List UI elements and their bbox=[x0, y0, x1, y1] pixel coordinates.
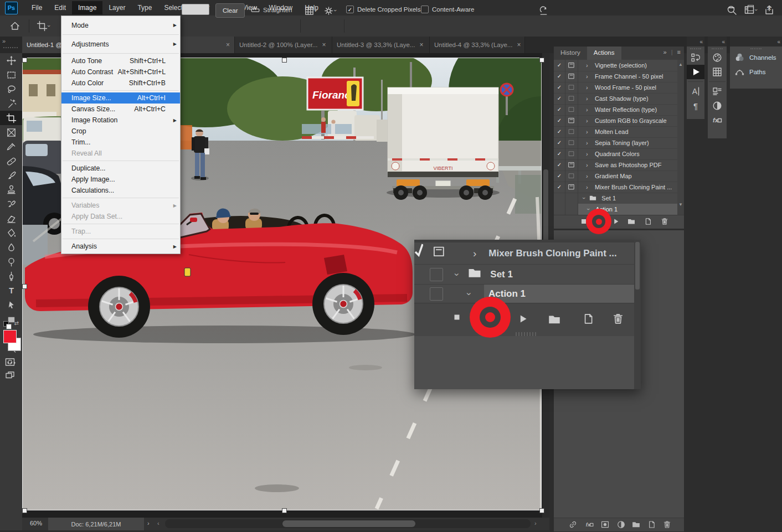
trash-button[interactable] bbox=[660, 217, 669, 228]
item-check-toggle[interactable]: ✓ bbox=[554, 182, 565, 193]
new-action-button[interactable] bbox=[647, 520, 656, 531]
dialog-toggle[interactable] bbox=[565, 60, 578, 71]
expand-arrow-icon[interactable]: › bbox=[586, 73, 595, 80]
actions-scrollbar[interactable]: ▲ ▼ bbox=[677, 60, 684, 215]
record-button[interactable] bbox=[596, 217, 605, 228]
actions-panel-button[interactable] bbox=[687, 65, 704, 79]
share-button[interactable] bbox=[762, 3, 776, 17]
horizontal-scrollbar[interactable] bbox=[165, 519, 531, 528]
expand-arrow-icon[interactable]: › bbox=[586, 95, 595, 102]
close-tab-icon[interactable]: × bbox=[226, 41, 230, 49]
straighten-button[interactable]: Straighten bbox=[250, 3, 292, 17]
menubar-item-file[interactable]: File bbox=[25, 1, 48, 14]
history-panel-button[interactable] bbox=[687, 50, 704, 65]
adjustments-half-button[interactable] bbox=[616, 520, 626, 531]
expand-arrow-icon[interactable]: › bbox=[586, 117, 595, 124]
menu-item-apply-image[interactable]: Apply Image... bbox=[61, 174, 180, 185]
home-button[interactable] bbox=[8, 19, 22, 33]
action-row[interactable]: ✓›Wood Frame - 50 pixel bbox=[554, 82, 677, 94]
brush-tool[interactable] bbox=[0, 168, 22, 183]
crop-handle[interactable] bbox=[22, 508, 27, 513]
item-check-toggle[interactable]: ✓ bbox=[554, 171, 565, 182]
crop-tool-button[interactable]: › bbox=[36, 19, 50, 33]
character-panel-button[interactable]: A bbox=[687, 84, 704, 99]
dialog-toggle[interactable] bbox=[565, 93, 578, 104]
history-brush-tool[interactable] bbox=[0, 197, 22, 211]
document-tab[interactable]: Untitled-4 @ 33,3% (Laye...× bbox=[430, 37, 525, 53]
paragraph-panel-button[interactable]: ¶ bbox=[687, 99, 704, 113]
move-tool[interactable] bbox=[0, 53, 22, 68]
item-check-toggle[interactable] bbox=[554, 193, 565, 204]
clear-button[interactable]: Clear bbox=[215, 3, 245, 18]
dialog-toggle[interactable] bbox=[565, 71, 578, 82]
item-check-toggle[interactable]: ✓ bbox=[554, 137, 565, 148]
trash-button[interactable] bbox=[662, 520, 672, 531]
dialog-toggle[interactable] bbox=[565, 126, 578, 137]
crop-handle[interactable] bbox=[22, 58, 27, 63]
menu-item-mode[interactable]: Mode▶ bbox=[61, 18, 180, 33]
status-expand-arrow[interactable]: › bbox=[147, 520, 150, 526]
dialog-toggle[interactable] bbox=[565, 115, 578, 126]
menu-item-adjustments[interactable]: Adjustments▶ bbox=[61, 37, 180, 51]
styles-panel-button[interactable]: fx bbox=[708, 113, 727, 127]
folder-button[interactable] bbox=[627, 217, 636, 228]
item-check-toggle[interactable]: ✓ bbox=[554, 71, 565, 82]
crop-handle[interactable] bbox=[282, 58, 287, 63]
dialog-toggle[interactable] bbox=[565, 137, 578, 148]
link-button[interactable] bbox=[568, 520, 578, 531]
item-check-toggle[interactable]: ✓ bbox=[554, 148, 565, 159]
crop-ratio-input[interactable] bbox=[182, 4, 209, 15]
dialog-toggle[interactable] bbox=[565, 82, 578, 93]
new-action-button[interactable] bbox=[582, 312, 595, 327]
item-check-toggle[interactable]: ✓ bbox=[554, 115, 565, 126]
mask-button[interactable] bbox=[600, 520, 610, 531]
dialog-toggle[interactable] bbox=[565, 204, 578, 215]
tab-actions[interactable]: Actions bbox=[587, 47, 621, 60]
crop-handle[interactable] bbox=[282, 508, 287, 513]
menu-item-crop[interactable]: Crop bbox=[61, 126, 180, 137]
close-tab-icon[interactable]: × bbox=[517, 41, 521, 49]
dodge-tool[interactable] bbox=[0, 255, 22, 269]
toggle-checkbox[interactable] bbox=[430, 287, 443, 301]
overlay-scrollbar-thumb[interactable] bbox=[635, 242, 640, 290]
overlay-action-title-row[interactable]: › Mixer Brush Cloning Paint ... bbox=[414, 242, 634, 264]
workspace-button[interactable]: › bbox=[743, 3, 758, 17]
dialog-toggle[interactable] bbox=[565, 104, 578, 115]
stop-button[interactable] bbox=[452, 312, 462, 324]
dialog-toggle[interactable] bbox=[565, 193, 578, 204]
expand-arrow-icon[interactable]: › bbox=[586, 62, 595, 69]
menubar-item-type[interactable]: Type bbox=[131, 1, 158, 14]
type-tool[interactable]: T bbox=[0, 283, 22, 298]
crop-settings-gear-button[interactable]: › bbox=[322, 3, 337, 18]
item-check-toggle[interactable]: ✓ bbox=[554, 104, 565, 115]
dialog-toggle[interactable] bbox=[565, 148, 578, 159]
libraries-panel-button[interactable] bbox=[708, 84, 727, 99]
scroll-left-arrow[interactable]: ‹ bbox=[157, 520, 160, 526]
folder-button[interactable] bbox=[631, 520, 641, 531]
crop-handle[interactable] bbox=[539, 58, 544, 63]
default-swap-colors[interactable]: ⇄ bbox=[3, 320, 19, 328]
adjustments-panel-button[interactable] bbox=[708, 99, 727, 113]
dialog-toggle[interactable] bbox=[565, 182, 578, 193]
menu-item-analysis[interactable]: Analysis▶ bbox=[61, 241, 180, 252]
spot-healing-brush-tool[interactable] bbox=[0, 154, 22, 168]
menu-item-calculations[interactable]: Calculations... bbox=[61, 185, 180, 196]
menubar-item-layer[interactable]: Layer bbox=[102, 1, 131, 14]
menubar-item-image[interactable]: Image bbox=[72, 1, 102, 14]
close-tab-icon[interactable]: × bbox=[322, 41, 326, 49]
gradient-tool[interactable] bbox=[0, 226, 22, 240]
lasso-tool[interactable] bbox=[0, 82, 22, 96]
item-check-toggle[interactable]: ✓ bbox=[554, 93, 565, 104]
expand-arrow-icon[interactable]: › bbox=[586, 84, 595, 91]
expand-arrow-icon[interactable]: › bbox=[586, 162, 595, 168]
panel-collapse-icon[interactable]: » bbox=[663, 49, 667, 55]
menu-item-variables[interactable]: Variables▶ bbox=[61, 200, 180, 211]
reset-button[interactable] bbox=[536, 3, 551, 18]
folder-button[interactable] bbox=[547, 312, 562, 328]
overlay-scrollbar[interactable] bbox=[634, 240, 641, 389]
action-row[interactable]: ✓›Cast Shadow (type) bbox=[554, 93, 677, 105]
zoom-level[interactable]: 60% bbox=[30, 520, 42, 526]
document-tab[interactable]: Untitled-3 @ 33,3% (Laye...× bbox=[332, 37, 430, 53]
stop-button[interactable] bbox=[579, 217, 588, 228]
rectangular-marquee-tool[interactable] bbox=[0, 68, 22, 82]
